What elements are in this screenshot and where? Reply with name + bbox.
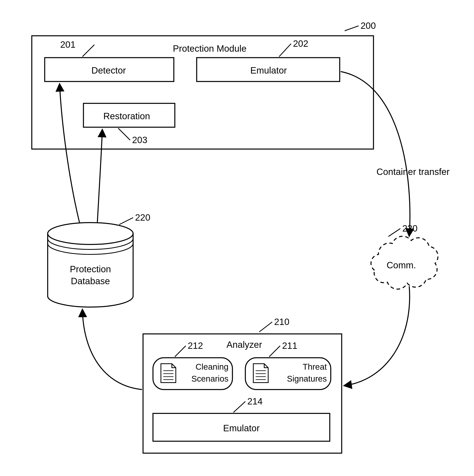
comm-cloud: Comm. 230 — [371, 223, 438, 289]
protection-database: Protection Database 220 — [48, 212, 150, 307]
svg-line-12 — [259, 322, 272, 332]
restoration-ref: 203 — [132, 135, 147, 145]
document-icon — [253, 364, 268, 383]
cleaning-ref: 212 — [188, 340, 203, 351]
threat-label-2: Signatures — [287, 374, 327, 383]
protection-module-ref: 200 — [360, 20, 376, 31]
cleaning-label-2: Scenarios — [191, 374, 229, 383]
analyzer-block: Analyzer 210 Cleaning Scenarios 212 Th — [143, 317, 342, 453]
detector-ref: 201 — [60, 39, 76, 50]
comm-label: Comm. — [387, 260, 416, 270]
detector-label: Detector — [91, 65, 126, 76]
transfer-label: Container transfer — [376, 167, 450, 177]
svg-point-8 — [48, 222, 133, 244]
threat-ref: 211 — [282, 340, 297, 351]
protection-module-title: Protection Module — [173, 43, 246, 54]
protection-module: Protection Module 200 Detector 201 Emula… — [32, 20, 376, 149]
threat-label-1: Threat — [303, 362, 327, 372]
cleaning-label-1: Cleaning — [196, 362, 229, 372]
database-ref: 220 — [135, 212, 150, 222]
emulator-bottom-label: Emulator — [223, 423, 260, 433]
svg-line-9 — [119, 218, 133, 225]
emulator-top-ref: 202 — [293, 38, 308, 49]
arrow-analyzer-to-database — [82, 310, 142, 390]
analyzer-ref: 210 — [274, 317, 289, 327]
arrow-comm-to-analyzer — [345, 286, 410, 386]
document-icon — [161, 364, 176, 383]
database-label-1: Protection — [70, 264, 111, 274]
svg-line-10 — [388, 229, 400, 237]
analyzer-title: Analyzer — [227, 340, 262, 350]
emulator-top-label: Emulator — [250, 65, 287, 76]
database-label-2: Database — [71, 276, 110, 286]
svg-line-1 — [345, 26, 359, 31]
restoration-label: Restoration — [103, 111, 150, 121]
emulator-bottom-ref: 214 — [247, 396, 263, 407]
